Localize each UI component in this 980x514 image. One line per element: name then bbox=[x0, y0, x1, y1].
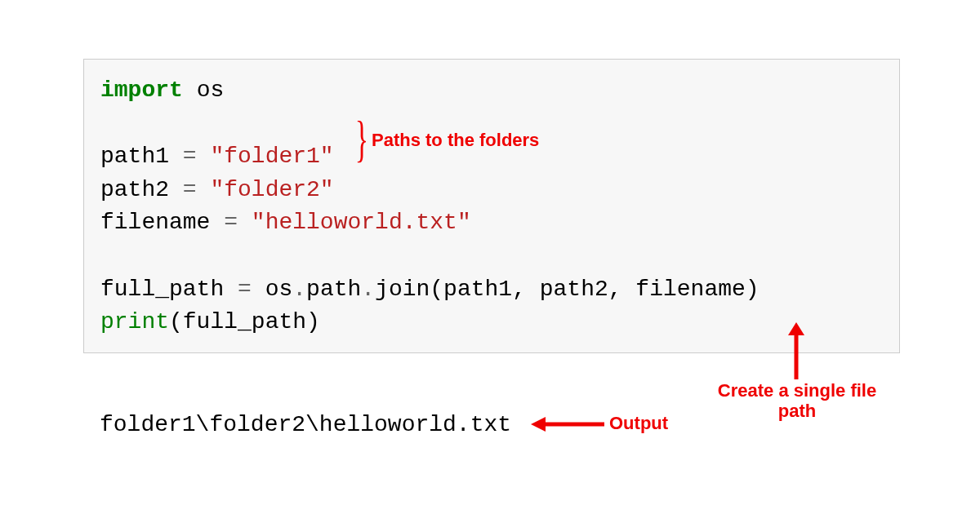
svg-marker-1 bbox=[788, 322, 804, 335]
string-literal: "folder1" bbox=[197, 144, 334, 169]
code-line: import os bbox=[100, 74, 883, 108]
arrow-left-icon bbox=[531, 414, 604, 434]
brace-icon: } bbox=[355, 110, 368, 168]
code-line: print(full_path) bbox=[100, 306, 883, 339]
svg-marker-3 bbox=[531, 417, 546, 432]
print-args: (full_path) bbox=[169, 309, 320, 335]
variable: path2 bbox=[100, 177, 183, 202]
expr-join: join(path1, path2, filename) bbox=[375, 277, 759, 302]
string-literal: "folder2" bbox=[197, 177, 334, 202]
annotation-paths: Paths to the folders bbox=[372, 130, 539, 150]
string-literal: "helloworld.txt" bbox=[238, 210, 471, 235]
code-line: full_path = os.path.join(path1, path2, f… bbox=[100, 273, 883, 307]
code-line-blank bbox=[100, 240, 883, 273]
expr-os: os bbox=[252, 277, 292, 302]
operator: = bbox=[183, 177, 197, 202]
operator: = bbox=[238, 277, 252, 302]
output-text: folder1\folder2\helloworld.txt bbox=[100, 412, 511, 437]
keyword-import: import bbox=[100, 78, 183, 103]
code-block: import os path1 = "folder1" path2 = "fol… bbox=[83, 59, 900, 353]
module-name: os bbox=[183, 78, 224, 103]
function-print: print bbox=[100, 309, 169, 335]
variable: filename bbox=[100, 210, 224, 235]
code-line: filename = "helloworld.txt" bbox=[100, 206, 883, 240]
arrow-up-icon bbox=[784, 322, 808, 379]
expr-path: path bbox=[306, 277, 361, 302]
operator: = bbox=[224, 210, 238, 235]
annotation-output: Output bbox=[609, 413, 668, 433]
annotation-create: Create a single file path bbox=[707, 380, 887, 422]
code-line: path2 = "folder2" bbox=[100, 174, 883, 207]
dot: . bbox=[361, 277, 375, 302]
dot: . bbox=[292, 277, 306, 302]
variable: full_path bbox=[100, 277, 238, 302]
operator: = bbox=[183, 144, 197, 169]
variable: path1 bbox=[100, 144, 183, 169]
